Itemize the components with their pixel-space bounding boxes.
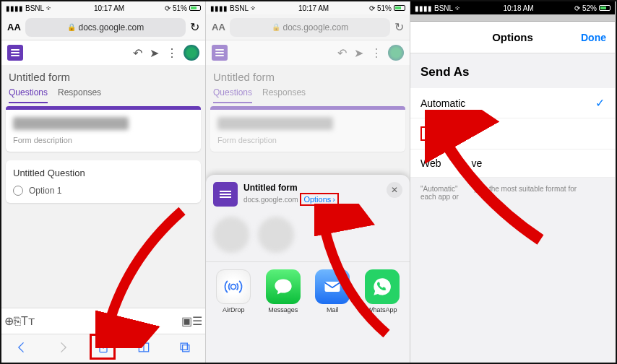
import-button[interactable]: ⎘ — [14, 315, 21, 328]
app-whatsapp[interactable]: WhatsApp — [365, 269, 400, 313]
share-button[interactable] — [96, 340, 111, 358]
safari-address-bar: AA 🔒docs.google.com ↻ — [1, 14, 205, 40]
more-icon[interactable]: ⋮ — [166, 46, 178, 60]
document-title: Untitled form — [1, 65, 205, 83]
wifi-icon: ᯤ — [46, 4, 53, 12]
safari-bottom-bar — [1, 334, 205, 363]
share-file-subtitle: docs.google.com — [243, 196, 298, 204]
lock-icon: 🔒 — [67, 23, 76, 31]
reload-button[interactable]: ↻ — [190, 20, 199, 34]
screenshot-1: ▮▮▮▮BSNLᯤ 10:17 AM ⟳51% AA 🔒docs.google.… — [1, 1, 206, 363]
form-description[interactable]: Form description — [13, 136, 194, 144]
question-card[interactable]: Untitled Question Option 1 — [6, 160, 201, 203]
carrier: BSNL — [25, 4, 44, 12]
clock: 10:18 AM — [503, 4, 533, 12]
add-section-button[interactable]: ☰ — [192, 314, 202, 328]
forms-toolbar: ⊕ ⎘ Tᴛ ▣ ☰ — [1, 308, 205, 334]
add-question-button[interactable]: ⊕ — [4, 314, 14, 328]
option-web-archive[interactable]: Webve — [410, 150, 615, 178]
clock: 10:17 AM — [298, 4, 329, 12]
text-size-button[interactable]: AA — [7, 22, 21, 32]
option-automatic[interactable]: Automatic ✓ — [410, 88, 615, 118]
tabs-button[interactable] — [178, 340, 192, 358]
send-icon[interactable]: ➤ — [150, 46, 159, 60]
form-title-card[interactable]: Form description — [6, 110, 201, 152]
file-icon — [213, 182, 238, 207]
svg-point-3 — [231, 285, 236, 290]
options-nav: Options Done — [410, 22, 615, 53]
back-button[interactable] — [14, 340, 29, 358]
section-send-as: Send As — [410, 61, 615, 84]
status-bar: ▮▮▮▮BSNLᯤ 10:17 AM ⟳51% — [1, 1, 205, 14]
svg-rect-1 — [181, 343, 187, 350]
share-options-link[interactable]: Options › — [300, 193, 339, 206]
clock: 10:17 AM — [94, 4, 124, 12]
nav-title: Options — [492, 31, 533, 43]
done-button[interactable]: Done — [581, 32, 606, 43]
status-bar: ▮▮▮▮BSNLᯤ 10:18 AM ⟳52% — [410, 1, 615, 14]
question-title[interactable]: Untitled Question — [13, 168, 194, 178]
screenshot-2: ▮▮▮▮BSNLᯤ 10:17 AM ⟳51% AA 🔒docs.google.… — [206, 1, 410, 363]
contact-avatar[interactable] — [258, 217, 294, 253]
svg-rect-4 — [325, 282, 340, 292]
bookmarks-button[interactable] — [137, 340, 151, 358]
forms-header: ↶ ➤ ⋮ — [1, 40, 205, 65]
form-title-blurred — [13, 117, 129, 130]
option-label: Option 1 — [29, 186, 61, 196]
contacts-row — [206, 214, 410, 259]
battery-icon — [189, 5, 201, 11]
share-file-title: Untitled form — [243, 183, 339, 193]
svg-rect-2 — [182, 344, 189, 351]
avatar[interactable] — [184, 45, 199, 61]
option-pdf[interactable]: PDF — [410, 118, 615, 150]
url-field[interactable]: 🔒docs.google.com — [25, 18, 186, 37]
forward-button — [56, 340, 70, 358]
add-text-button[interactable]: Tᴛ — [21, 314, 35, 328]
undo-icon[interactable]: ↶ — [133, 46, 142, 60]
battery-pct: 51% — [173, 4, 187, 12]
option-row[interactable]: Option 1 — [13, 186, 194, 196]
app-messages[interactable]: Messages — [266, 269, 301, 313]
hint-text: "Automatic" pick the most suitable forma… — [410, 182, 615, 204]
app-airdrop[interactable]: AirDrop — [216, 269, 251, 313]
close-button[interactable]: ✕ — [387, 182, 402, 198]
forms-app-icon — [7, 45, 23, 61]
add-image-button[interactable]: ▣ — [181, 314, 192, 328]
app-mail[interactable]: Mail — [315, 269, 350, 313]
share-sheet: Untitled form docs.google.com Options › … — [206, 175, 410, 363]
contact-avatar[interactable] — [213, 217, 249, 253]
tab-responses[interactable]: Responses — [58, 87, 101, 103]
radio-icon[interactable] — [13, 186, 23, 196]
status-bar: ▮▮▮▮BSNLᯤ 10:17 AM ⟳51% — [206, 1, 410, 14]
apps-row: AirDrop Messages Mail WhatsApp — [206, 265, 410, 318]
signal-icon: ▮▮▮▮ — [6, 4, 23, 12]
screenshot-3: ▮▮▮▮BSNLᯤ 10:18 AM ⟳52% Options Done Sen… — [410, 1, 615, 363]
checkmark-icon: ✓ — [595, 96, 605, 110]
tab-questions[interactable]: Questions — [9, 87, 48, 103]
